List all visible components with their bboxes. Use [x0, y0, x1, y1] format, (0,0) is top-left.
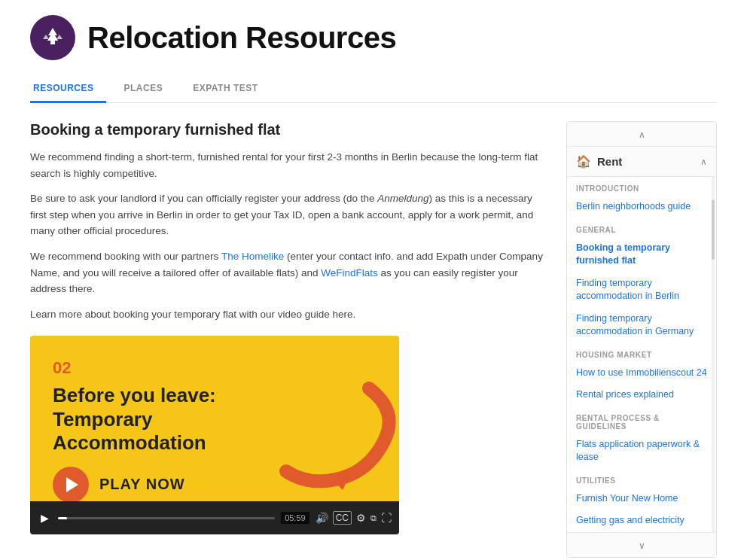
chevron-up-icon	[639, 128, 645, 140]
content-area: Booking a temporary furnished flat We re…	[30, 121, 548, 534]
page-wrapper: Relocation Resources RESOURCES PLACES EX…	[0, 0, 747, 560]
sidebar-link-furnish-home[interactable]: Furnish Your New Home	[567, 488, 716, 510]
sidebar-link-finding-temp-germany[interactable]: Finding temporary accommodation in Germa…	[567, 308, 716, 343]
header: Relocation Resources	[30, 15, 717, 60]
paragraph-3: We recommend booking with our partners T…	[30, 248, 548, 297]
group-label-general: GENERAL	[567, 218, 716, 237]
group-label-utilities: UTILITIES	[567, 469, 716, 488]
section-collapse-icon[interactable]: ∧	[700, 157, 707, 167]
wefindflats-link[interactable]: WeFindFlats	[321, 267, 378, 278]
logo-svg	[39, 24, 66, 51]
sidebar-link-berlin-neighborhoods[interactable]: Berlin neighborhoods guide	[567, 196, 716, 218]
article-body: We recommend finding a short-term, furni…	[30, 149, 548, 322]
sidebar-section-label: Rent	[597, 155, 622, 168]
play-button-circle[interactable]	[53, 467, 89, 501]
sidebar-section-rent[interactable]: 🏠 Rent ∧	[567, 147, 716, 177]
svg-rect-3	[50, 41, 55, 44]
tab-places[interactable]: PLACES	[121, 75, 175, 103]
video-thumbnail[interactable]: 02 Before you leave:TemporaryAccommodati…	[30, 336, 399, 501]
sidebar-link-gas-electricity[interactable]: Getting gas and electricity	[567, 510, 716, 532]
paragraph-2: Be sure to ask your landlord if you can …	[30, 190, 548, 239]
video-control-icons: 🔊 CC ⚙ ⧉ ⛶	[316, 511, 392, 525]
sidebar-link-finding-temp-berlin[interactable]: Finding temporary accommodation in Berli…	[567, 272, 716, 308]
paragraph-1: We recommend finding a short-term, furni…	[30, 149, 548, 181]
sidebar-scroll-up[interactable]	[567, 122, 716, 147]
house-icon: 🏠	[576, 154, 591, 169]
progress-fill	[58, 517, 67, 519]
tab-resources[interactable]: RESOURCES	[30, 75, 106, 103]
sidebar-link-immobilienscout[interactable]: How to use Immobilienscout 24	[567, 362, 716, 385]
sidebar-section-title-row: 🏠 Rent	[576, 154, 622, 169]
sidebar-scroll-thumb[interactable]	[712, 199, 715, 260]
paragraph-4: Learn more about booking your temporary …	[30, 306, 548, 323]
time-display: 05:59	[281, 512, 309, 524]
sidebar-scroll-down[interactable]	[567, 532, 716, 557]
group-label-rental-process: RENTAL PROCESS & GUIDELINES	[567, 406, 716, 434]
group-label-housing-market: HOUSING MARKET	[567, 343, 716, 362]
sidebar-link-booking-temp-flat[interactable]: Booking a temporary furnished flat	[567, 237, 716, 272]
article-title: Booking a temporary furnished flat	[30, 121, 548, 138]
settings-icon[interactable]: ⚙	[356, 512, 366, 524]
play-pause-button[interactable]: ▶	[38, 510, 52, 525]
sidebar-link-flats-application[interactable]: Flats application paperwork & lease	[567, 434, 716, 469]
logo-icon	[30, 15, 75, 60]
anmeldung-term: Anmeldung	[377, 193, 428, 204]
chevron-down-icon	[639, 539, 645, 551]
picture-in-picture-icon[interactable]: ⧉	[370, 513, 377, 523]
video-controls: ▶ 05:59 🔊 CC ⚙ ⧉ ⛶	[30, 501, 399, 534]
sidebar-link-rental-prices[interactable]: Rental prices explained	[567, 384, 716, 406]
subtitles-icon[interactable]: CC	[333, 511, 352, 525]
main-content: Booking a temporary furnished flat We re…	[30, 121, 717, 558]
fullscreen-icon[interactable]: ⛶	[381, 512, 392, 524]
nav-tabs: RESOURCES PLACES EXPATH TEST	[30, 75, 717, 103]
progress-bar[interactable]	[58, 517, 275, 519]
video-container: 02 Before you leave:TemporaryAccommodati…	[30, 336, 399, 534]
play-now-label: PLAY NOW	[99, 476, 185, 493]
decorative-arrow	[264, 366, 399, 501]
volume-icon[interactable]: 🔊	[316, 512, 328, 524]
sidebar-content: INTRODUCTION Berlin neighborhoods guide …	[567, 177, 716, 532]
sidebar: 🏠 Rent ∧ INTRODUCTION Berlin neighborhoo…	[566, 121, 717, 558]
group-label-introduction: INTRODUCTION	[567, 177, 716, 196]
tab-expath-test[interactable]: EXPATH TEST	[190, 75, 270, 103]
homelike-link[interactable]: The Homelike	[221, 251, 284, 262]
page-title: Relocation Resources	[87, 21, 396, 55]
sidebar-scroll-track	[712, 177, 715, 532]
